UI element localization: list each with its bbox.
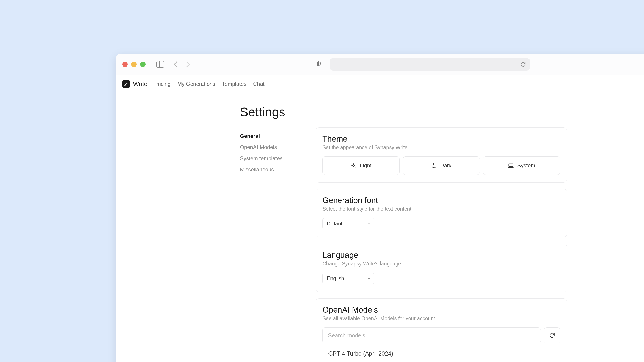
browser-titlebar: [116, 54, 644, 75]
language-select-value: English: [327, 275, 344, 282]
font-subtitle: Select the font style for the text conte…: [322, 206, 560, 212]
model-item[interactable]: GPT-4 Turbo (April 2024): [322, 346, 560, 362]
chevron-down-icon: [368, 276, 370, 280]
font-select-value: Default: [327, 221, 344, 227]
content-area: General OpenAI Models System templates M…: [116, 93, 644, 362]
page-title: Settings: [240, 105, 285, 119]
app-name: Write: [133, 80, 148, 88]
font-panel: Generation font Select the font style fo…: [316, 189, 567, 237]
browser-nav-arrows: [175, 62, 189, 66]
sidebar-item-system-templates[interactable]: System templates: [240, 153, 307, 164]
settings-sidebar: General OpenAI Models System templates M…: [240, 130, 307, 362]
model-list: GPT-4 Turbo (April 2024) GPT-4 Preview (…: [322, 346, 560, 362]
theme-options: Light Dark: [322, 156, 560, 175]
theme-panel: Theme Set the appearance of Synapsy Writ…: [316, 127, 567, 183]
nav-my-generations[interactable]: My Generations: [177, 81, 215, 87]
theme-light-label: Light: [360, 162, 372, 169]
theme-subtitle: Set the appearance of Synapsy Write: [322, 145, 560, 151]
models-subtitle: See all available OpenAI Models for your…: [322, 316, 560, 322]
privacy-shield-icon[interactable]: [316, 61, 321, 67]
theme-system-label: System: [517, 162, 535, 169]
app-logo[interactable]: [122, 80, 130, 88]
traffic-lights: [122, 62, 146, 67]
language-title: Language: [322, 251, 560, 260]
minimize-window-button[interactable]: [131, 62, 137, 67]
laptop-icon: [508, 162, 514, 169]
sidebar-item-general[interactable]: General: [240, 130, 307, 142]
font-title: Generation font: [322, 196, 560, 205]
browser-window: Write Pricing My Generations Templates C…: [116, 54, 644, 362]
sun-icon: [350, 162, 357, 169]
app-header: Write Pricing My Generations Templates C…: [116, 75, 644, 93]
forward-button[interactable]: [184, 61, 190, 67]
svg-point-1: [353, 164, 355, 166]
models-search-row: [322, 327, 560, 344]
models-panel: OpenAI Models See all available OpenAI M…: [316, 298, 567, 362]
refresh-models-button[interactable]: [544, 327, 560, 344]
nav-pricing[interactable]: Pricing: [154, 81, 170, 87]
models-title: OpenAI Models: [322, 305, 560, 315]
theme-dark-button[interactable]: Dark: [403, 156, 480, 175]
settings-panels: Theme Set the appearance of Synapsy Writ…: [316, 127, 567, 362]
language-panel: Language Change Synapsy Write's language…: [316, 244, 567, 292]
sidebar-toggle-icon[interactable]: [156, 61, 164, 68]
language-select[interactable]: English: [322, 273, 374, 284]
theme-light-button[interactable]: Light: [322, 156, 400, 175]
sidebar-item-openai-models[interactable]: OpenAI Models: [240, 142, 307, 153]
theme-title: Theme: [322, 134, 560, 144]
theme-dark-label: Dark: [440, 162, 452, 169]
theme-system-button[interactable]: System: [483, 156, 560, 175]
svg-rect-2: [509, 164, 513, 167]
font-select[interactable]: Default: [322, 218, 374, 230]
reload-icon[interactable]: [520, 62, 526, 67]
chevron-down-icon: [368, 222, 370, 225]
language-subtitle: Change Synapsy Write's language.: [322, 261, 560, 267]
models-search-input[interactable]: [322, 327, 541, 344]
url-bar[interactable]: [330, 58, 530, 71]
close-window-button[interactable]: [122, 62, 128, 67]
maximize-window-button[interactable]: [140, 62, 146, 67]
moon-icon: [431, 163, 437, 168]
nav-chat[interactable]: Chat: [253, 81, 264, 87]
sidebar-item-miscellaneous[interactable]: Miscellaneous: [240, 164, 307, 175]
back-button[interactable]: [174, 61, 179, 67]
nav-templates[interactable]: Templates: [222, 81, 246, 87]
